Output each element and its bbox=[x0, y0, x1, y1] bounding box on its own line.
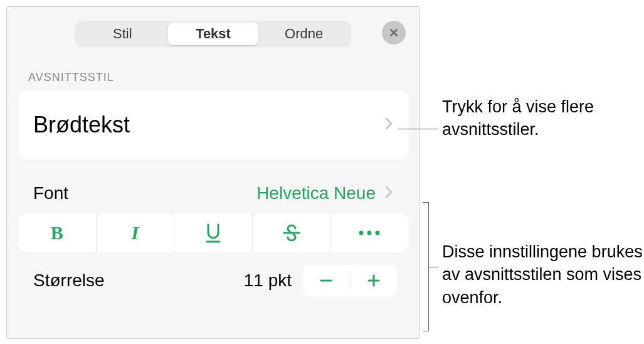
tab-tekst-label: Tekst bbox=[196, 26, 231, 42]
font-row[interactable]: Font Helvetica Neue bbox=[18, 183, 408, 203]
more-icon bbox=[357, 230, 381, 236]
close-button[interactable] bbox=[382, 21, 406, 45]
chevron-right-icon bbox=[384, 117, 393, 133]
paragraph-style-row[interactable]: Brødtekst bbox=[18, 90, 408, 159]
size-stepper bbox=[303, 265, 397, 296]
decrease-size-button[interactable] bbox=[303, 273, 350, 288]
size-label: Størrelse bbox=[33, 271, 105, 291]
italic-button[interactable]: I bbox=[97, 213, 175, 252]
plus-icon bbox=[366, 273, 381, 288]
close-icon bbox=[388, 27, 399, 38]
callout-settings: Disse innstillingene brukes av avsnittss… bbox=[442, 240, 644, 309]
bold-button[interactable]: B bbox=[18, 213, 97, 252]
more-options-button[interactable] bbox=[330, 213, 408, 252]
size-row: Størrelse 11 pkt bbox=[18, 265, 408, 296]
tab-ordne[interactable]: Ordne bbox=[258, 23, 349, 45]
paragraph-style-name: Brødtekst bbox=[33, 112, 130, 138]
tab-tekst[interactable]: Tekst bbox=[168, 23, 259, 45]
font-value-group: Helvetica Neue bbox=[256, 183, 393, 203]
underline-icon bbox=[205, 223, 221, 243]
size-value: 11 pkt bbox=[244, 271, 292, 291]
svg-point-3 bbox=[367, 231, 372, 235]
underline-button[interactable] bbox=[174, 213, 253, 252]
chevron-right-icon bbox=[384, 185, 393, 202]
size-controls: 11 pkt bbox=[244, 265, 397, 296]
bold-icon: B bbox=[51, 222, 63, 244]
leader-line bbox=[398, 129, 438, 129]
tab-stil[interactable]: Stil bbox=[77, 23, 168, 45]
tab-ordne-label: Ordne bbox=[285, 26, 323, 42]
callout-paragraph-styles: Trykk for å vise flere avsnittsstiler. bbox=[442, 95, 644, 141]
minus-icon bbox=[319, 273, 334, 288]
tab-group: Stil Tekst Ordne bbox=[75, 21, 351, 47]
italic-icon: I bbox=[132, 222, 139, 244]
bracket bbox=[423, 202, 429, 331]
font-name: Helvetica Neue bbox=[256, 183, 376, 203]
leader-line bbox=[429, 267, 438, 267]
format-bar: B I bbox=[18, 213, 408, 252]
svg-point-4 bbox=[376, 231, 380, 235]
font-label: Font bbox=[33, 183, 68, 203]
increase-size-button[interactable] bbox=[351, 273, 398, 288]
strikethrough-icon bbox=[282, 223, 302, 243]
tab-stil-label: Stil bbox=[113, 26, 132, 42]
format-panel: Stil Tekst Ordne AVSNITTSSTIL Brødtekst … bbox=[6, 6, 420, 339]
paragraph-style-section-label: AVSNITTSSTIL bbox=[18, 71, 408, 84]
strikethrough-button[interactable] bbox=[253, 213, 331, 252]
svg-point-2 bbox=[359, 231, 364, 235]
